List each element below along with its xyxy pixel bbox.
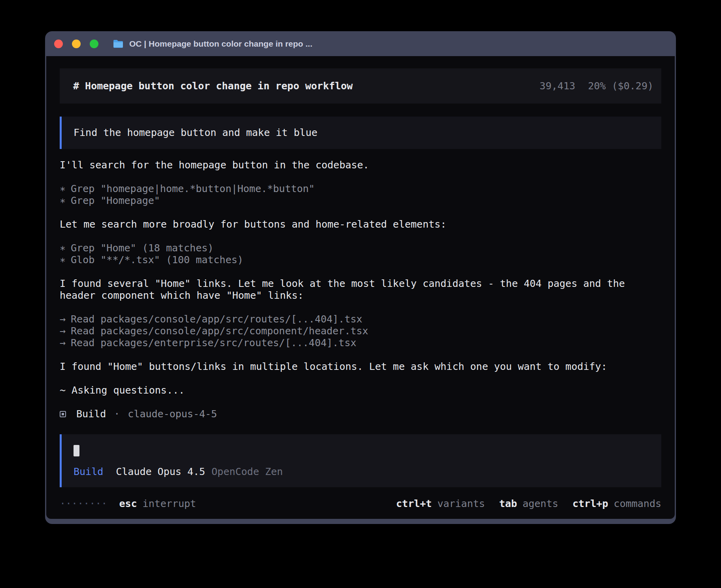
text-cursor[interactable]: [74, 445, 79, 456]
prompt-meta: Build Claude Opus 4.5 OpenCode Zen: [74, 466, 649, 478]
conversation: I'll search for the homepage button in t…: [60, 159, 661, 420]
ctrl-p-key-label: ctrl+p: [572, 498, 608, 510]
agent-name: Build: [76, 408, 106, 420]
spinner-dots-icon: ········: [60, 498, 107, 510]
tool-call-label: Grep "homepage|home.*button|Home.*button…: [71, 183, 315, 194]
folder-icon: [113, 39, 124, 49]
window-title: OC | Homepage button color change in rep…: [129, 39, 312, 49]
terminal-window: OC | Homepage button color change in rep…: [45, 31, 676, 524]
prompt-agent-label[interactable]: Build: [74, 466, 103, 478]
asterisk-icon: ∗: [60, 254, 66, 266]
minimize-button[interactable]: [72, 40, 81, 48]
tab-key-label: tab: [499, 498, 517, 510]
traffic-lights: [54, 40, 98, 48]
session-header: # Homepage button color change in repo w…: [60, 68, 661, 104]
tool-call-group: ∗Grep "homepage|home.*button|Home.*butto…: [60, 183, 661, 207]
prompt-model-label[interactable]: Claude Opus 4.5: [116, 466, 205, 478]
tool-call-label: Glob "**/*.tsx" (100 matches): [71, 254, 243, 266]
read-call-label: Read packages/console/app/src/routes/[..…: [71, 313, 362, 325]
asterisk-icon: ∗: [60, 195, 66, 207]
interrupt-label: interrupt: [143, 498, 196, 510]
commands-label: commands: [614, 498, 661, 510]
assistant-paragraph: I found several "Home" links. Let me loo…: [60, 278, 661, 302]
shortcut-agents: tab agents: [499, 498, 558, 510]
assistant-paragraph: Let me search more broadly for buttons a…: [60, 219, 661, 230]
tool-call[interactable]: ∗Grep "Home" (18 matches): [60, 242, 661, 254]
agent-model: claude-opus-4-5: [128, 408, 217, 420]
ctrl-t-key-label: ctrl+t: [396, 498, 432, 510]
terminal-content: # Homepage button color change in repo w…: [46, 56, 675, 519]
close-button[interactable]: [54, 40, 63, 48]
read-call-label: Read packages/console/app/src/component/…: [71, 325, 368, 337]
assistant-paragraph: I found "Home" buttons/links in multiple…: [60, 361, 661, 373]
asterisk-icon: ∗: [60, 242, 66, 254]
tool-call-label: Grep "Homepage": [71, 195, 160, 206]
asterisk-icon: ∗: [60, 183, 66, 195]
shortcut-variants: ctrl+t variants: [396, 498, 485, 510]
tool-call[interactable]: ∗Grep "homepage|home.*button|Home.*butto…: [60, 183, 661, 195]
status-bar: ········ esc interrupt ctrl+t variants t…: [46, 496, 675, 512]
read-call[interactable]: →Read packages/console/app/src/routes/[.…: [60, 313, 661, 325]
arrow-right-icon: →: [60, 325, 66, 337]
agent-status-line: Build · claude-opus-4-5: [60, 408, 661, 420]
agents-label: agents: [523, 498, 558, 510]
token-count: 39,413: [540, 80, 575, 92]
prompt-input[interactable]: Build Claude Opus 4.5 OpenCode Zen: [60, 434, 661, 487]
tool-call-label: Grep "Home" (18 matches): [71, 242, 213, 254]
agent-build-icon: [60, 411, 66, 417]
interrupt-hint: esc interrupt: [119, 498, 196, 510]
read-call-group: →Read packages/console/app/src/routes/[.…: [60, 313, 661, 349]
tool-call[interactable]: ∗Grep "Homepage": [60, 195, 661, 207]
context-usage: 20% ($0.29): [588, 80, 653, 92]
working-status: ~ Asking questions...: [60, 384, 661, 396]
esc-key-label: esc: [119, 498, 137, 510]
tool-call-group: ∗Grep "Home" (18 matches) ∗Glob "**/*.ts…: [60, 242, 661, 266]
assistant-paragraph: I'll search for the homepage button in t…: [60, 159, 661, 171]
read-call[interactable]: →Read packages/console/app/src/component…: [60, 325, 661, 337]
prompt-provider-label: OpenCode Zen: [211, 466, 283, 478]
arrow-right-icon: →: [60, 313, 66, 325]
zoom-button[interactable]: [90, 40, 98, 48]
arrow-right-icon: →: [60, 337, 66, 349]
statusbar-right: ctrl+t variants tab agents ctrl+p comman…: [396, 498, 661, 510]
session-title: # Homepage button color change in repo w…: [73, 80, 353, 92]
tool-call[interactable]: ∗Glob "**/*.tsx" (100 matches): [60, 254, 661, 266]
statusbar-left: ········ esc interrupt: [60, 498, 196, 510]
user-message-text: Find the homepage button and make it blu…: [74, 127, 317, 139]
read-call-label: Read packages/enterprise/src/routes/[...…: [71, 337, 356, 349]
user-message: Find the homepage button and make it blu…: [60, 117, 661, 149]
shortcut-commands: ctrl+p commands: [572, 498, 661, 510]
window-titlebar[interactable]: OC | Homepage button color change in rep…: [46, 31, 675, 56]
session-stats: 39,413 20% ($0.29): [540, 80, 653, 92]
read-call[interactable]: →Read packages/enterprise/src/routes/[..…: [60, 337, 661, 349]
separator-dot: ·: [114, 408, 120, 420]
variants-label: variants: [437, 498, 485, 510]
